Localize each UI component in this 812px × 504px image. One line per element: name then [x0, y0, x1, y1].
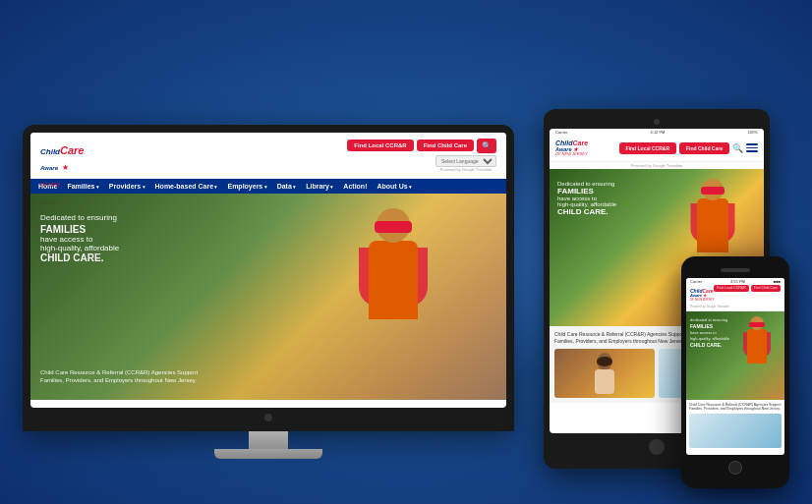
tablet-search-icon[interactable]: 🔍: [732, 143, 743, 153]
phone-hero-families: FAMILIES: [690, 323, 729, 331]
hero-line4: high-quality, affordable: [40, 244, 119, 252]
desktop-logo: ChildCare Aware ★ OF NEW JERSEY: [40, 141, 80, 169]
monitor-frame: ChildCare Aware ★ OF NEW JERSEY: [23, 125, 514, 431]
phone-battery-icon: ■■■: [774, 279, 781, 284]
phone-hero-dedicated: dedicated to ensuring: [690, 317, 729, 323]
phone-frame: Carrier 3:55 PM ■■■ ChildCare Aware ★ OF…: [681, 256, 789, 488]
logo-graphic: ChildCare Aware ★ OF NEW JERSEY: [40, 141, 80, 169]
phone-child-figure: [737, 313, 777, 400]
monitor-dot: [264, 414, 272, 421]
find-local-ccr-button[interactable]: Find Local CCR&R: [347, 140, 413, 151]
phone-find-childcare-button[interactable]: Find Child Care: [751, 285, 781, 292]
tablet-status-bar: Carrier 4:12 PM 100%: [550, 129, 764, 136]
phone-status-carrier: Carrier: [690, 279, 702, 284]
nav-item-providers[interactable]: Providers: [109, 183, 145, 190]
logo-care-text: Care: [60, 144, 84, 156]
nav-item-action[interactable]: Action!: [343, 183, 367, 190]
find-child-care-button[interactable]: Find Child Care: [417, 140, 474, 151]
tablet-menu-button[interactable]: [746, 143, 758, 152]
tablet-find-local-button[interactable]: Find Local CCR&R: [619, 142, 676, 154]
phone-hero-childcare: CHILD CARE.: [690, 342, 729, 350]
phone-hero: dedicated to ensuring FAMILIES have acce…: [686, 311, 784, 400]
hero-line3: have access to: [40, 235, 119, 244]
nav-item-employers[interactable]: Employers: [227, 183, 266, 190]
tablet-status-time: 4:12 PM: [651, 130, 666, 135]
child-mask: [375, 221, 412, 233]
logo-star-icon: ★: [62, 163, 69, 172]
translate-area: Select Language Powered by Google Transl…: [435, 155, 496, 172]
phone-translate: Powered by Google Translate: [690, 305, 781, 308]
phone-website-header: ChildCare Aware ★ OF NEW JERSEY Find Loc…: [686, 285, 784, 311]
hero-subtext1: Child Care Resource & Referral (CCR&R) A…: [40, 368, 198, 376]
hamburger-line2: [746, 147, 758, 149]
hamburger-line3: [746, 150, 758, 152]
phone-find-local-button[interactable]: Find Local CCR&R: [714, 285, 749, 292]
teacher-image-bg: [554, 349, 655, 398]
phone-hero-text: dedicated to ensuring FAMILIES have acce…: [690, 317, 729, 350]
desktop-nav-bar: Home Families Providers Home-based Care …: [30, 179, 506, 194]
monitor-stand-neck: [249, 431, 288, 449]
logo-child-text: Child: [40, 147, 60, 156]
tablet-status-battery: 100%: [748, 130, 758, 135]
logo-aware-text: Aware: [40, 165, 58, 171]
teacher-svg: [585, 350, 624, 397]
phone-logo: ChildCare Aware ★ OF NEW JERSEY: [690, 289, 715, 302]
phone-bottom-image: [689, 414, 782, 448]
child-body: [369, 241, 418, 319]
tablet-btn-row: Find Local CCR&R Find Child Care 🔍: [619, 142, 758, 154]
tablet-hero-text: Dedicated to ensuring FAMILIES have acce…: [557, 181, 616, 216]
tablet-hero-line4: high-quality, affordable: [557, 201, 616, 207]
tablet-child-body: [697, 198, 728, 252]
nav-item-aboutus[interactable]: About Us: [377, 183, 412, 190]
svg-point-2: [597, 357, 612, 366]
desktop-header-right: Find Local CCR&R Find Child Care 🔍 Selec…: [347, 139, 496, 172]
tablet-logo-childcare: ChildCare: [555, 140, 588, 147]
tablet-find-childcare-button[interactable]: Find Child Care: [679, 142, 729, 154]
phone-speaker: [721, 268, 750, 272]
nav-item-homebased[interactable]: Home-based Care: [155, 183, 218, 190]
desktop-website-header: ChildCare Aware ★ OF NEW JERSEY: [30, 133, 506, 179]
phone-logo-nj: OF NEW JERSEY: [690, 299, 715, 302]
tablet-camera: [654, 119, 660, 125]
tablet-teacher-image: [554, 349, 655, 398]
hero-line2: FAMILIES: [40, 224, 119, 235]
phone-subtext: Child Care Resource & Referral (CCR&R) A…: [689, 403, 782, 413]
phone-screen: Carrier 3:55 PM ■■■ ChildCare Aware ★ OF…: [686, 278, 784, 455]
hero-line1: Dedicated to ensuring: [40, 213, 119, 222]
tablet-logo-nj: OF NEW JERSEY: [555, 152, 588, 156]
tablet-child-mask: [701, 187, 725, 195]
hero-line5: CHILD CARE.: [40, 252, 119, 263]
tablet-hero-line2: FAMILIES: [557, 187, 616, 196]
powered-by-text: Powered by Google Translate: [435, 167, 496, 172]
tablet-translate-text: Powered by Google Translate: [550, 162, 764, 169]
hero-child-figure: [339, 203, 447, 400]
phone-bottom-content: Child Care Resource & Referral (CCR&R) A…: [686, 400, 784, 452]
phone-child-body: [747, 329, 767, 364]
monitor-stand-base: [214, 449, 322, 459]
tablet-status-carrier: Carrier: [555, 130, 567, 135]
desktop-hero: Dedicated to ensuring FAMILIES have acce…: [30, 194, 506, 400]
desktop-monitor: ChildCare Aware ★ OF NEW JERSEY: [23, 125, 514, 459]
desktop-btn-row: Find Local CCR&R Find Child Care 🔍: [347, 139, 496, 153]
phone-status-time: 3:55 PM: [730, 279, 745, 284]
search-button[interactable]: 🔍: [477, 139, 496, 153]
nav-item-data[interactable]: Data: [277, 183, 297, 190]
child-figure-graphic: [339, 203, 447, 400]
tablet-hero-line1: Dedicated to ensuring: [557, 181, 616, 187]
tablet-website-header: ChildCare Aware ★ OF NEW JERSEY Find Loc…: [550, 136, 764, 162]
tablet-logo: ChildCare Aware ★ OF NEW JERSEY: [555, 140, 588, 157]
tablet-hero-line5: CHILD CARE.: [557, 207, 616, 216]
phone-home-button[interactable]: [728, 461, 742, 475]
nav-item-library[interactable]: Library: [306, 183, 333, 190]
monitor-screen: ChildCare Aware ★ OF NEW JERSEY: [30, 133, 506, 408]
phone-device: Carrier 3:55 PM ■■■ ChildCare Aware ★ OF…: [681, 256, 789, 488]
phone-child-mask: [749, 322, 765, 327]
tablet-home-button[interactable]: [649, 439, 665, 455]
svg-rect-1: [595, 369, 614, 394]
desktop-hero-text: Dedicated to ensuring FAMILIES have acce…: [40, 213, 119, 263]
phone-status-bar: Carrier 3:55 PM ■■■: [686, 278, 784, 285]
monitor-bezel: [30, 408, 506, 427]
main-scene: ChildCare Aware ★ OF NEW JERSEY: [23, 17, 789, 488]
phone-header-buttons: Find Local CCR&R Find Child Care: [714, 285, 781, 292]
language-select[interactable]: Select Language: [435, 155, 496, 167]
